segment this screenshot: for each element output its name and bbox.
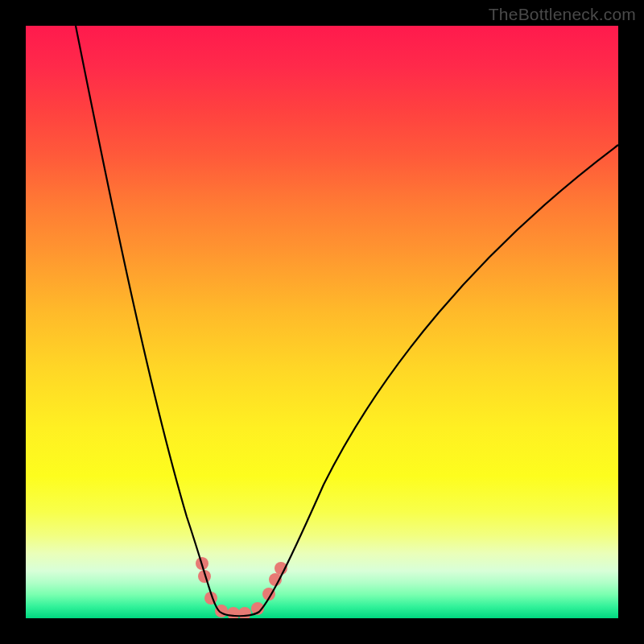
watermark-text: TheBottleneck.com [489,5,636,24]
bottleneck-curve [76,26,618,616]
plot-area [26,26,618,618]
chart-svg [26,26,618,618]
outer-frame: TheBottleneck.com [0,0,644,644]
